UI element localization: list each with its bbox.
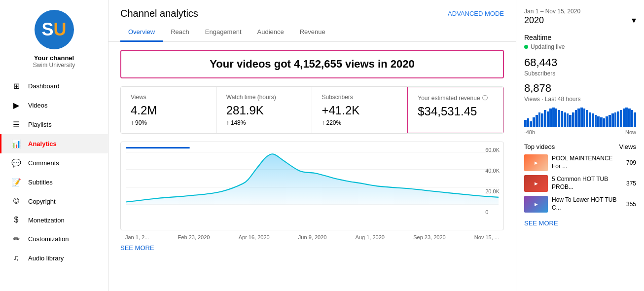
main-content: Channel analytics ADVANCED MODE Overview… (108, 0, 516, 291)
mini-bar-segment (536, 115, 538, 127)
info-icon: ⓘ (482, 94, 488, 102)
mini-bar-segment (623, 109, 625, 127)
metric-change-0: ↑ 90% (131, 119, 206, 126)
sidebar-item-videos[interactable]: ▶Videos (0, 96, 108, 115)
videos-icon: ▶ (11, 101, 21, 110)
chevron-down-icon[interactable]: ▾ (632, 15, 636, 26)
nav-label-videos: Videos (28, 102, 48, 109)
mini-bar-chart (524, 108, 636, 127)
right-see-more-link[interactable]: SEE MORE (524, 219, 558, 227)
year-select[interactable]: 2020 ▾ (524, 15, 636, 26)
mini-bar-segment (608, 115, 611, 127)
analytics-tabs: OverviewReachEngagementAudienceRevenue (108, 23, 516, 42)
video-title-0: POOL MAINTENANCE For ... (552, 155, 622, 170)
nav-label-monetization: Monetization (28, 217, 65, 224)
page-title: Channel analytics (120, 8, 198, 19)
sidebar-item-monetization[interactable]: $Monetization (0, 211, 108, 229)
views-48h-count: 8,878 (524, 82, 636, 95)
mini-bar-segment (541, 113, 543, 127)
mini-bar-segment (567, 113, 569, 127)
sidebar-item-audio-library[interactable]: ♫Audio library (0, 249, 108, 267)
mini-bar-segment (564, 112, 566, 127)
advanced-mode-link[interactable]: ADVANCED MODE (448, 10, 504, 17)
mini-bar-segment (592, 113, 594, 127)
customization-icon: ✏ (11, 234, 21, 244)
date-range: Jan 1 – Nov 15, 2020 (524, 8, 636, 15)
highlight-views-box: Your videos got 4,152,655 views in 2020 (120, 50, 504, 78)
dashboard-icon: ⊞ (11, 81, 21, 91)
arrow-up-icon: ↑ (226, 119, 229, 126)
realtime-section: Realtime Updating live 68,443 Subscriber… (524, 34, 636, 135)
top-videos-title: Top videos (524, 143, 555, 150)
mini-bar-segment (527, 118, 530, 127)
mini-bar-segment (555, 109, 558, 127)
chart-y-labels: 60.0K 40.0K 20.0K 0 (485, 147, 500, 215)
mini-bar-segment (530, 121, 532, 127)
metric-label-0: Views (131, 94, 206, 101)
nav-label-analytics: Analytics (28, 140, 57, 147)
mini-bar-segment (580, 108, 583, 127)
mini-bar-segment (569, 115, 572, 127)
tab-overview[interactable]: Overview (120, 23, 163, 42)
sidebar-item-dashboard[interactable]: ⊞Dashboard (0, 76, 108, 96)
mini-bar-segment (631, 110, 634, 127)
nav-label-audio-library: Audio library (28, 255, 64, 262)
nav-list: ⊞Dashboard▶Videos☰Playlists📊Analytics💬Co… (0, 76, 108, 267)
chart-area: 60.0K 40.0K 20.0K 0 (120, 142, 504, 230)
sidebar-item-analytics[interactable]: 📊Analytics (0, 134, 108, 153)
tab-reach[interactable]: Reach (163, 23, 197, 42)
metric-value-1: 281.9K (226, 104, 302, 117)
channel-avatar: SU (35, 10, 74, 49)
tab-engagement[interactable]: Engagement (197, 23, 250, 42)
year-label: 2020 (524, 15, 544, 26)
comments-icon: 💬 (11, 158, 21, 168)
tab-revenue[interactable]: Revenue (292, 23, 333, 42)
audio-library-icon: ♫ (11, 254, 21, 262)
channel-subtitle: Swim University (33, 62, 75, 69)
top-video-row-1[interactable]: ▶ 5 Common HOT TUB PROB... 375 (524, 175, 636, 192)
sidebar: SU Your channel Swim University ⊞Dashboa… (0, 0, 108, 291)
mini-bar-segment (561, 111, 563, 127)
mini-bar-segment (611, 113, 614, 127)
mini-bar-segment (620, 110, 622, 127)
mini-bar-segment (634, 112, 636, 127)
metric-label-2: Subscribers (322, 94, 397, 101)
mini-bar-segment (533, 117, 535, 127)
mini-bar-segment (583, 109, 586, 127)
tab-audience[interactable]: Audience (250, 23, 292, 42)
subscribers-count: 68,443 (524, 56, 636, 69)
metric-value-3: $34,531.45 (418, 105, 493, 118)
sidebar-item-comments[interactable]: 💬Comments (0, 153, 108, 173)
mini-bar-segment (538, 112, 541, 127)
top-video-row-2[interactable]: ▶ How To Lower HOT TUB C... 355 (524, 196, 636, 213)
metric-value-2: +41.2K (322, 104, 397, 117)
video-thumbnail-1: ▶ (524, 175, 548, 192)
top-video-row-0[interactable]: ▶ POOL MAINTENANCE For ... 709 (524, 154, 636, 171)
mini-chart-labels: -48h Now (524, 129, 636, 135)
nav-label-customization: Customization (28, 235, 69, 243)
video-thumbnail-2: ▶ (524, 196, 548, 213)
playlists-icon: ☰ (11, 120, 21, 129)
mini-bar-segment (552, 108, 555, 127)
subscribers-label: Subscribers (524, 70, 636, 77)
sidebar-item-playlists[interactable]: ☰Playlists (0, 115, 108, 134)
views-48h-label: Views · Last 48 hours (524, 96, 636, 103)
avatar-s-letter: S (41, 19, 53, 40)
mini-bar-segment (586, 110, 588, 127)
metric-change-1: ↑ 148% (226, 119, 302, 126)
video-views-0: 709 (626, 159, 636, 166)
mini-bar-segment (595, 115, 597, 127)
see-more-link[interactable]: SEE MORE (120, 244, 154, 252)
monetization-icon: $ (11, 216, 21, 224)
mini-bar-segment (547, 111, 549, 127)
nav-label-dashboard: Dashboard (28, 82, 60, 90)
video-title-2: How To Lower HOT TUB C... (552, 196, 622, 212)
right-panel: Jan 1 – Nov 15, 2020 2020 ▾ Realtime Upd… (516, 0, 644, 291)
sidebar-item-copyright[interactable]: ©Copyright (0, 192, 108, 211)
mini-bar-segment (617, 111, 619, 127)
sidebar-item-customization[interactable]: ✏Customization (0, 229, 108, 249)
mini-bar-segment (577, 109, 580, 127)
mini-bar-segment (628, 109, 631, 127)
sidebar-item-subtitles[interactable]: 📝Subtitles (0, 173, 108, 192)
analytics-icon: 📊 (11, 139, 21, 148)
